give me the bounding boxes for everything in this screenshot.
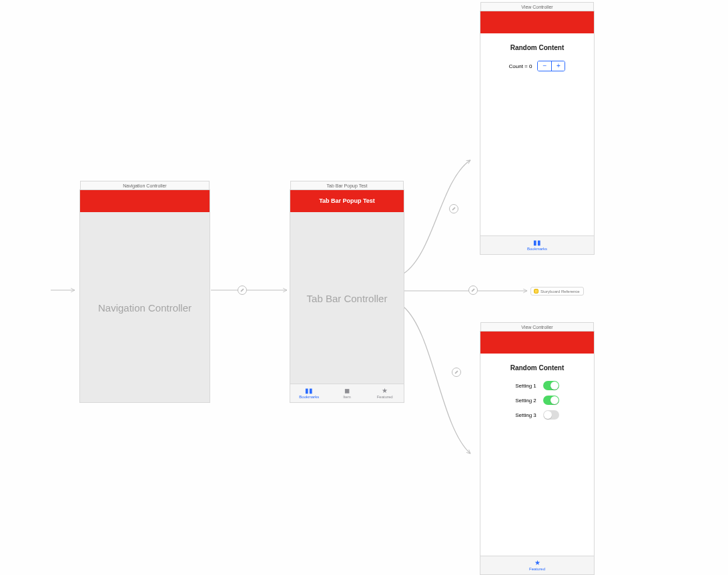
scene-tab-bar-controller[interactable]: Tab Bar Popup Test Tab Bar Popup Test Ta…: [290, 189, 404, 403]
scene-title: Navigation Controller: [80, 181, 210, 189]
segue-badge: [452, 368, 461, 377]
setting-label: Setting 2: [515, 398, 536, 404]
settings-row: Setting 2: [480, 393, 594, 408]
tab-item-bookmarks[interactable]: ▮▮Bookmarks: [290, 384, 328, 402]
setting-switch-1[interactable]: [543, 381, 559, 390]
setting-label: Setting 1: [515, 383, 536, 389]
scene-title: View Controller: [480, 322, 594, 331]
scene-view-controller-bottom[interactable]: View Controller Random Content Setting 1…: [480, 331, 595, 575]
scene-title: View Controller: [480, 2, 594, 11]
bookmark-icon: ▮▮: [305, 388, 313, 394]
settings-row: Setting 1: [480, 378, 594, 393]
setting-switch-3[interactable]: [543, 410, 559, 420]
scene-body: Navigation Controller: [80, 212, 210, 402]
square-icon: ◼: [344, 388, 350, 394]
tab-item-featured[interactable]: ★Featured: [366, 384, 404, 402]
star-icon: ★: [382, 388, 388, 394]
tab-item-label: Bookmarks: [527, 247, 547, 251]
storyboard-reference-label: Storyboard Reference: [540, 290, 580, 294]
tab-item-bookmarks[interactable]: ▮▮Bookmarks: [480, 236, 594, 254]
segue-badge: [468, 285, 478, 295]
nav-bar: [480, 332, 594, 354]
tab-item-label: Featured: [529, 567, 545, 571]
center-label: Tab Bar Controller: [290, 292, 404, 304]
stepper-decrement[interactable]: −: [538, 61, 551, 71]
storyboard-icon: [534, 289, 538, 294]
segue-badge: [238, 285, 247, 295]
star-icon: ★: [534, 560, 540, 566]
setting-switch-2[interactable]: [543, 396, 559, 405]
tab-item-label: Bookmarks: [299, 395, 319, 399]
content-header: Random Content: [480, 364, 594, 372]
tab-item-label: Featured: [377, 395, 393, 399]
bookmark-icon: ▮▮: [533, 239, 541, 246]
tab-item-item[interactable]: ◼Item: [328, 384, 366, 402]
content-header: Random Content: [480, 44, 594, 51]
tab-bar: ▮▮Bookmarks◼Item★Featured: [290, 384, 404, 402]
tab-item-label: Item: [343, 395, 351, 399]
scene-body: Tab Bar Controller: [290, 212, 404, 384]
storyboard-reference[interactable]: Storyboard Reference: [530, 287, 584, 296]
nav-bar: [480, 11, 594, 33]
nav-bar: [80, 190, 210, 212]
nav-bar: Tab Bar Popup Test: [290, 190, 404, 212]
segue-badge: [449, 204, 458, 213]
scene-navigation-controller[interactable]: Navigation Controller Navigation Control…: [79, 189, 210, 403]
scene-view-controller-top[interactable]: View Controller Random Content Count = 0…: [480, 11, 595, 255]
tab-bar: ▮▮Bookmarks: [480, 235, 594, 254]
center-label: Navigation Controller: [80, 302, 210, 313]
count-label: Count = 0: [509, 63, 532, 69]
setting-label: Setting 3: [515, 412, 536, 418]
count-stepper[interactable]: − +: [537, 61, 565, 71]
stepper-increment[interactable]: +: [551, 61, 565, 71]
tab-item-featured[interactable]: ★Featured: [480, 556, 594, 574]
scene-title: Tab Bar Popup Test: [290, 181, 404, 189]
settings-row: Setting 3: [480, 408, 594, 422]
tab-bar: ★Featured: [480, 556, 594, 574]
